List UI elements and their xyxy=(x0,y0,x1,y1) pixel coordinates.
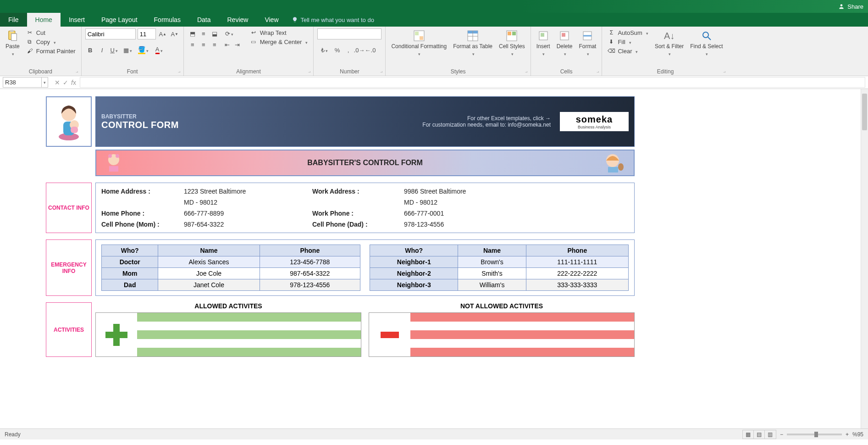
align-bottom-button[interactable]: ⬓ xyxy=(210,28,220,39)
underline-button[interactable]: U xyxy=(109,45,119,55)
format-cells-button[interactable]: Format xyxy=(577,28,598,58)
group-editing-label: Editing xyxy=(606,67,724,75)
share-button[interactable]: Share xyxy=(838,3,863,10)
format-painter-button[interactable]: 🖌Format Painter xyxy=(24,47,77,55)
font-color-button[interactable]: A xyxy=(152,45,166,55)
clear-label: Clear xyxy=(618,48,632,55)
zoom-slider[interactable] xyxy=(787,434,842,435)
tab-view[interactable]: View xyxy=(256,13,287,27)
increase-decimal-button[interactable]: .0→ xyxy=(354,45,364,55)
worksheet-area[interactable]: BABYSITTER CONTROL FORM For other Excel … xyxy=(0,89,868,428)
table-cell: 111-111-1111 xyxy=(526,256,628,268)
section-activities: ALLOWED ACTIVITES NOT ALLOWED ACTIVITES xyxy=(95,302,635,357)
zoom-out-button[interactable]: − xyxy=(780,431,783,438)
sigma-icon: Σ xyxy=(608,29,615,36)
orientation-button[interactable]: ⟳ xyxy=(222,28,236,39)
emergency-table-right: Who?NamePhone Neighbor-1Brown's111-111-1… xyxy=(370,245,629,291)
chevron-down-icon xyxy=(542,50,545,57)
table-cell: 987-654-3322 xyxy=(260,268,360,279)
tab-file[interactable]: File xyxy=(0,13,27,27)
number-format-select[interactable] xyxy=(317,28,381,39)
copy-button[interactable]: ⧉Copy xyxy=(24,38,77,46)
minus-icon xyxy=(369,313,410,356)
wrap-text-label: Wrap Text xyxy=(260,29,287,36)
enter-formula-button[interactable]: ✓ xyxy=(63,79,68,86)
font-size-input[interactable] xyxy=(138,28,156,39)
fat-icon xyxy=(466,29,479,42)
tab-review[interactable]: Review xyxy=(219,13,257,27)
sort-filter-button[interactable]: A↓Sort & Filter xyxy=(653,28,686,58)
view-normal-button[interactable]: ▦ xyxy=(743,430,754,439)
merge-center-button[interactable]: ▭Merge & Center xyxy=(248,38,310,46)
cond-format-label: Conditional Formatting xyxy=(391,43,447,50)
wrap-text-button[interactable]: ↩Wrap Text xyxy=(248,28,310,37)
cut-button[interactable]: ✂Cut xyxy=(24,28,77,37)
find-select-button[interactable]: Find & Select xyxy=(688,28,724,58)
cell-styles-button[interactable]: Cell Styles xyxy=(497,28,527,58)
insert-cells-button[interactable]: Insert xyxy=(535,28,552,58)
chevron-down-icon xyxy=(635,48,638,55)
svg-point-30 xyxy=(618,163,624,171)
home-phone-label: Home Phone : xyxy=(101,210,184,217)
table-cell: Brown's xyxy=(458,256,526,268)
conditional-formatting-button[interactable]: Conditional Formatting xyxy=(389,28,448,58)
tab-home[interactable]: Home xyxy=(27,13,61,27)
align-left-button[interactable]: ≡ xyxy=(188,39,198,50)
font-name-input[interactable] xyxy=(85,28,136,39)
align-top-button[interactable]: ⬒ xyxy=(188,28,198,39)
vertical-scrollbar[interactable] xyxy=(861,89,868,428)
view-buttons: ▦ ▤ ▥ xyxy=(742,430,776,439)
clear-button[interactable]: ⌫Clear xyxy=(606,47,650,55)
autosum-button[interactable]: ΣAutoSum xyxy=(606,28,650,37)
percent-button[interactable]: % xyxy=(332,45,342,55)
view-page-layout-button[interactable]: ▤ xyxy=(754,430,765,439)
view-page-break-button[interactable]: ▥ xyxy=(765,430,776,439)
lightbulb-icon xyxy=(292,17,298,23)
header-subtitle: BABYSITTER xyxy=(101,113,179,120)
formula-bar[interactable] xyxy=(80,77,865,88)
tab-insert[interactable]: Insert xyxy=(61,13,93,27)
section-emergency: Who?NamePhone DoctorAlexis Sances123-456… xyxy=(95,239,635,296)
autosum-label: AutoSum xyxy=(618,29,642,36)
zoom-in-button[interactable]: + xyxy=(846,431,849,438)
decrease-indent-button[interactable]: ⇤ xyxy=(222,39,232,50)
align-right-button[interactable]: ≡ xyxy=(210,39,220,50)
cancel-formula-button[interactable]: ✕ xyxy=(55,79,60,86)
sort-icon: A↓ xyxy=(663,29,676,42)
scrollbar-thumb[interactable] xyxy=(862,94,867,130)
decrease-decimal-button[interactable]: ←.0 xyxy=(365,45,375,55)
group-font-label: Font xyxy=(85,67,180,75)
fx-button[interactable]: fx xyxy=(71,79,76,86)
tell-me[interactable]: Tell me what you want to do xyxy=(287,13,374,27)
someka-tagline: Business Analysis xyxy=(578,125,611,129)
italic-button[interactable]: I xyxy=(97,45,107,55)
fill-color-button[interactable]: 🪣 xyxy=(137,45,150,55)
delete-cells-button[interactable]: Delete xyxy=(555,28,575,58)
home-phone: 666-777-8899 xyxy=(184,210,312,217)
decrease-font-button[interactable]: A▼ xyxy=(170,29,180,39)
name-box-dropdown[interactable]: ▾ xyxy=(42,77,48,88)
group-clipboard: Paste ✂Cut ⧉Copy 🖌Format Painter Clipboa… xyxy=(0,27,82,76)
cond-format-icon xyxy=(413,29,426,42)
increase-indent-button[interactable]: ⇥ xyxy=(232,39,243,50)
svg-point-27 xyxy=(108,154,112,158)
increase-font-button[interactable]: A▲ xyxy=(158,29,168,39)
borders-button[interactable]: ▦ xyxy=(121,45,135,55)
delete-label: Delete xyxy=(557,43,573,50)
currency-button[interactable]: ₺ xyxy=(317,45,331,55)
name-box[interactable]: R38 xyxy=(3,77,42,88)
work-phone-label: Work Phone : xyxy=(312,210,404,217)
bold-button[interactable]: B xyxy=(85,45,95,55)
tab-page-layout[interactable]: Page Layout xyxy=(93,13,146,27)
brush-icon: 🖌 xyxy=(26,47,33,55)
tab-formulas[interactable]: Formulas xyxy=(146,13,189,27)
section-contact: Home Address : 1223 Street Baltimore Wor… xyxy=(95,183,635,233)
align-center-button[interactable]: ≡ xyxy=(199,39,209,50)
status-bar: Ready ▦ ▤ ▥ − + %95 xyxy=(0,428,868,439)
align-middle-button[interactable]: ≡ xyxy=(199,28,209,39)
paste-button[interactable]: Paste xyxy=(4,28,22,58)
format-as-table-button[interactable]: Format as Table xyxy=(451,28,494,58)
tab-data[interactable]: Data xyxy=(189,13,219,27)
comma-button[interactable]: , xyxy=(343,45,353,55)
fill-button[interactable]: ⬇Fill xyxy=(606,38,650,46)
